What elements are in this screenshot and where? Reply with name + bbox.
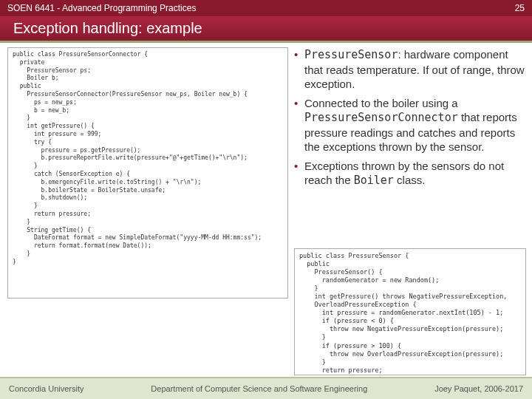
bullet-list: PressureSensor: hardware component that … [294, 47, 526, 193]
bullet-2: Connected to the boiler using a Pressure… [294, 96, 526, 154]
slide-content: public class PressureSensorConnector { p… [0, 43, 532, 377]
bullet-3-mono: Boiler [354, 174, 394, 187]
slide-number: 25 [515, 3, 525, 13]
slide-footer: Concordia University Department of Compu… [0, 377, 532, 399]
footer-left: Concordia University [9, 384, 83, 393]
footer-right: Joey Paquet, 2006-2017 [434, 384, 523, 393]
bullet-1: PressureSensor: hardware component that … [294, 47, 526, 92]
slide-header: SOEN 6441 - Advanced Programming Practic… [0, 0, 532, 16]
slide-title: Exception handling: example [13, 20, 202, 37]
footer-center: Department of Computer Science and Softw… [151, 384, 367, 393]
slide-title-bar: Exception handling: example [0, 16, 532, 43]
bullet-2-pre: Connected to the boiler using a [304, 97, 458, 109]
code-block-connector: public class PressureSensorConnector { p… [7, 47, 288, 299]
bullet-1-mono: PressureSensor [304, 48, 398, 61]
bullet-2-mono: PressureSensorConnector [304, 111, 458, 124]
code-block-sensor: public class PressureSensor { public Pre… [294, 248, 526, 375]
course-label: SOEN 6441 - Advanced Programming Practic… [7, 3, 196, 13]
bullet-3-post: class. [394, 174, 426, 186]
bullet-3: Exceptions thrown by the sensors do not … [294, 159, 526, 188]
